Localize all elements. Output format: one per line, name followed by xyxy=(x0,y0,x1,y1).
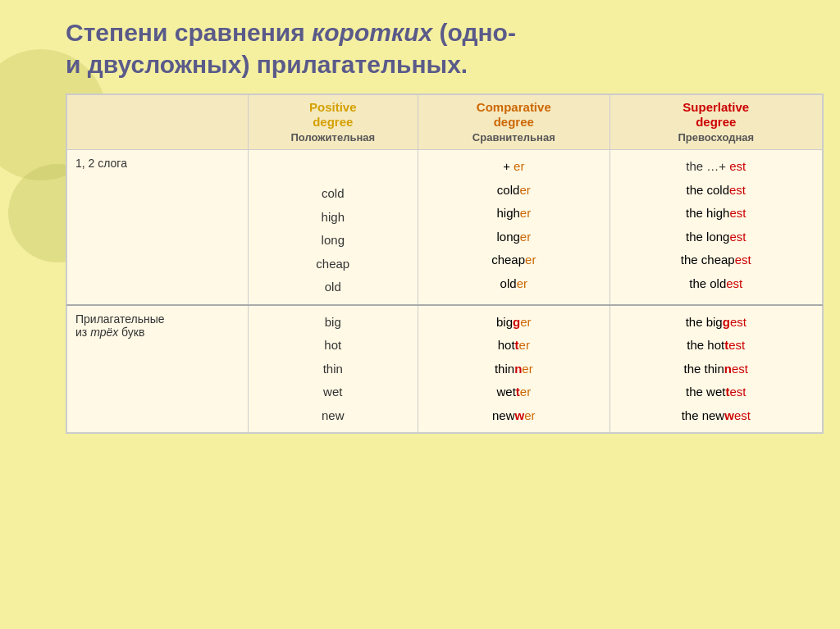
label-three-letters: Прилагательныеиз трёх букв xyxy=(67,305,249,433)
sup-oldest: the oldest xyxy=(619,272,814,296)
er-suffix: er xyxy=(520,206,531,220)
word-old: old xyxy=(257,276,410,299)
est-suffix: est xyxy=(729,385,746,399)
page-title: Степени сравнения коротких (одно- и двус… xyxy=(66,16,824,80)
word-high: high xyxy=(257,206,410,230)
main-container: Степени сравнения коротких (одно- и двус… xyxy=(66,16,824,613)
er-suffix: er xyxy=(525,253,536,267)
header-superlative: Superlativedegree xyxy=(682,100,749,129)
double-n: n xyxy=(514,362,522,376)
est-suffix: est xyxy=(730,315,746,329)
est-suffix: est xyxy=(729,230,746,244)
word-cold: cold xyxy=(257,182,410,206)
double-g: g xyxy=(513,315,520,329)
sup-longest: the longest xyxy=(619,226,814,249)
est-suffix: est xyxy=(726,276,742,290)
comp-wetter: wetter xyxy=(427,381,600,404)
comp-longer: longer xyxy=(427,226,600,249)
row-three-letters: Прилагательныеиз трёх букв big hot thin … xyxy=(67,305,823,433)
word-thin: thin xyxy=(257,358,410,381)
comp-bigger: bigger xyxy=(427,311,600,335)
er-suffix: er xyxy=(520,230,531,244)
comp-thinner: thinner xyxy=(427,358,600,381)
comp-cheaper: cheaper xyxy=(427,248,600,272)
word-cheap: cheap xyxy=(257,253,410,276)
superlative-col1: the …+ est the coldest the highest the l… xyxy=(609,150,822,305)
sup-biggest: the biggest xyxy=(619,311,814,335)
double-w-sup: w xyxy=(724,408,734,422)
comparison-table: Positivedegree Положительная Comparative… xyxy=(66,94,823,433)
header-col1 xyxy=(67,95,249,150)
comp-colder: colder xyxy=(427,179,600,203)
comparative-col2: bigger hotter thinner wetter newwer xyxy=(418,305,609,433)
comp-hotter: hotter xyxy=(427,334,600,358)
word-wet: wet xyxy=(257,381,410,404)
positive-words-col2: big hot thin wet new xyxy=(248,305,418,433)
er-suffix: er xyxy=(522,362,532,376)
er-suffix: er xyxy=(519,338,530,352)
header-positive-ru: Положительная xyxy=(291,131,376,144)
comparative-col1: + er colder higher longer cheaper older xyxy=(418,150,609,305)
word-new: new xyxy=(257,404,410,428)
sup-newest: the newwest xyxy=(619,404,814,428)
est-suffix: est xyxy=(732,362,748,376)
sup-hottest: the hottest xyxy=(619,334,814,358)
positive-words-col1: cold high long cheap old xyxy=(248,150,418,305)
comp-higher: higher xyxy=(427,202,600,226)
sup-highest: the highest xyxy=(619,202,814,226)
formula-the-text: the …+ xyxy=(686,159,729,173)
row-1-2-sloga: 1, 2 слога cold high long cheap old + er xyxy=(67,150,823,305)
comp-older: older xyxy=(427,272,600,296)
formula-est-text: est xyxy=(729,159,746,173)
label-1-2-sloga: 1, 2 слога xyxy=(67,150,249,305)
header-comparative-ru: Сравнительная xyxy=(472,131,555,144)
table-wrapper: Positivedegree Положительная Comparative… xyxy=(66,93,824,434)
double-g-sup: g xyxy=(723,315,730,329)
est-suffix: est xyxy=(734,408,751,422)
sup-cheapest: the cheapest xyxy=(619,248,814,272)
word-big: big xyxy=(257,311,410,335)
est-suffix: est xyxy=(735,253,751,267)
est-suffix: est xyxy=(729,206,746,220)
est-suffix: est xyxy=(728,338,745,352)
header-col3: Comparativedegree Сравнительная xyxy=(418,95,609,150)
comp-newer: newwer xyxy=(427,404,600,428)
header-comparative: Comparativedegree xyxy=(477,100,551,129)
er-suffix: er xyxy=(520,315,531,329)
word-long: long xyxy=(257,229,410,253)
est-suffix: est xyxy=(729,183,746,197)
double-n-sup: n xyxy=(724,362,732,376)
formula-er-text: er xyxy=(514,159,524,173)
header-superlative-ru: Превосходная xyxy=(678,131,754,144)
header-col2: Positivedegree Положительная xyxy=(248,95,418,150)
superlative-col2: the biggest the hottest the thinnest the… xyxy=(609,305,822,433)
header-col4: Superlativedegree Превосходная xyxy=(609,95,822,150)
sup-wettest: the wettest xyxy=(619,381,814,404)
double-w: w xyxy=(515,408,525,422)
er-suffix: er xyxy=(524,408,535,422)
formula-the-est: the …+ est xyxy=(619,155,814,179)
er-suffix: er xyxy=(520,385,531,399)
sup-thinnest: the thinnest xyxy=(619,358,814,381)
table-header-row: Positivedegree Положительная Comparative… xyxy=(67,95,823,150)
er-suffix: er xyxy=(517,276,527,290)
formula-er: + er xyxy=(427,155,600,179)
word-hot: hot xyxy=(257,334,410,358)
header-positive: Positivedegree xyxy=(309,100,357,129)
er-suffix: er xyxy=(519,183,530,197)
sup-coldest: the coldest xyxy=(619,179,814,203)
